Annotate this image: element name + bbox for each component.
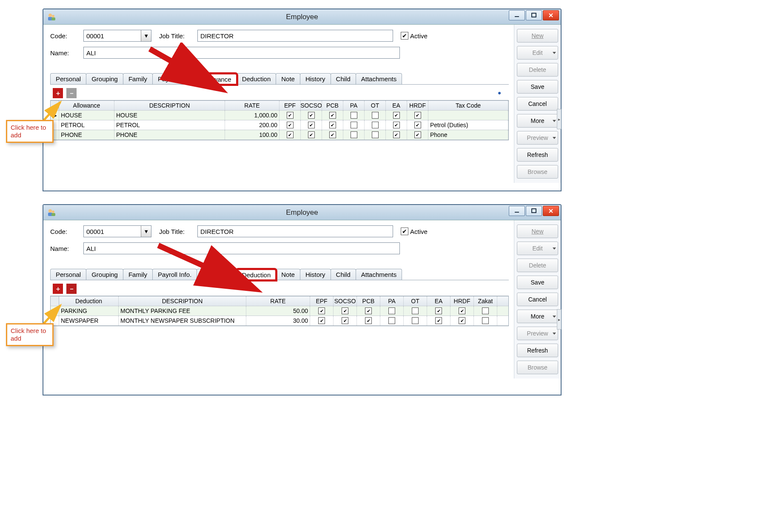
collapse-handle[interactable]: ▸ [557,309,561,330]
cell-epf[interactable] [279,111,301,120]
col-ea[interactable]: EA [427,296,451,306]
cell-taxcode[interactable]: Petrol (Duties) [428,120,508,130]
cell-checkbox[interactable] [329,131,336,138]
table-row[interactable]: PHONEPHONE100.00Phone [51,130,508,140]
cell-checkbox[interactable] [459,307,465,314]
col-pa[interactable]: PA [380,296,404,306]
cell-zakat[interactable] [474,316,497,325]
col-socso[interactable]: SOCSO [301,101,322,110]
edit-button[interactable]: Edit [517,46,558,60]
cell-rate[interactable]: 1,000.00 [225,111,279,120]
close-button[interactable] [543,10,559,20]
cell-taxcode[interactable]: Phone [428,130,508,139]
col-description[interactable]: DESCRIPTION [119,296,246,306]
cell-pa[interactable] [343,120,365,130]
col-pcb[interactable]: PCB [357,296,380,306]
refresh-button[interactable]: Refresh [517,148,558,162]
code-combobox[interactable]: 00001 ▾ [83,30,151,42]
cell-socso[interactable] [334,316,357,325]
table-row[interactable]: ▶HOUSEHOUSE1,000.00 [51,111,508,120]
new-button[interactable]: New [517,225,558,238]
col-pa[interactable]: PA [343,101,365,110]
cell-rate[interactable]: 100.00 [225,130,279,139]
col-hrdf[interactable]: HRDF [451,296,474,306]
cell-checkbox[interactable] [435,307,442,314]
collapse-handle[interactable]: ▸ [557,109,561,129]
cell-hrdf[interactable] [407,130,428,139]
save-button[interactable]: Save [517,276,558,289]
tab-deduction[interactable]: Deduction [237,73,277,84]
maximize-button[interactable] [526,206,542,216]
cell-name[interactable]: PETROL [59,120,114,130]
refresh-button[interactable]: Refresh [517,344,558,357]
tab-payroll-info[interactable]: Payroll Info. [152,269,197,280]
more-button[interactable]: More [517,310,558,323]
cell-checkbox[interactable] [388,317,395,324]
more-button[interactable]: More [517,114,558,128]
cell-description[interactable]: MONTHLY PARKING FEE [119,306,246,316]
cell-pa[interactable] [343,130,365,139]
cell-checkbox[interactable] [308,131,315,138]
cell-socso[interactable] [334,306,357,316]
cell-checkbox[interactable] [287,122,294,128]
col-description[interactable]: DESCRIPTION [114,101,225,110]
cell-checkbox[interactable] [412,307,419,314]
cell-ea[interactable] [427,316,451,325]
cell-ot[interactable] [404,306,427,316]
cell-hrdf[interactable] [451,316,474,325]
cell-checkbox[interactable] [393,131,400,138]
tab-family[interactable]: Family [123,269,153,280]
cell-epf[interactable] [310,316,334,325]
col-rate[interactable]: RATE [225,101,279,110]
tab-note[interactable]: Note [276,73,300,84]
col-ot[interactable]: OT [365,101,386,110]
cell-checkbox[interactable] [435,317,442,324]
cell-epf[interactable] [279,130,301,139]
remove-row-button[interactable]: － [66,284,77,294]
cell-checkbox[interactable] [287,131,294,138]
col-epf[interactable]: EPF [279,101,301,110]
minimize-button[interactable] [509,206,525,216]
minimize-button[interactable] [509,10,525,20]
cell-checkbox[interactable] [388,307,395,314]
cell-socso[interactable] [301,111,322,120]
cell-checkbox[interactable] [308,112,315,119]
cell-name[interactable]: HOUSE [59,111,114,120]
col-deduction[interactable]: Deduction [59,296,119,306]
cell-pa[interactable] [380,306,404,316]
cell-ea[interactable] [386,120,407,130]
cell-checkbox[interactable] [414,122,421,128]
cell-pcb[interactable] [322,111,343,120]
cell-ot[interactable] [365,120,386,130]
active-checkbox[interactable] [401,32,408,40]
browse-button[interactable]: Browse [517,361,558,374]
cell-ea[interactable] [427,306,451,316]
cell-checkbox[interactable] [287,112,294,119]
cell-taxcode[interactable] [428,111,508,120]
table-row[interactable]: ▶PARKINGMONTHLY PARKING FEE50.00 [51,306,508,316]
chevron-down-icon[interactable]: ▾ [141,30,151,41]
job-title-input[interactable]: DIRECTOR [197,30,393,42]
tab-note[interactable]: Note [276,269,300,280]
col-epf[interactable]: EPF [310,296,334,306]
preview-button[interactable]: Preview [517,131,558,145]
name-input[interactable]: ALI [83,47,400,59]
job-title-input[interactable]: DIRECTOR [197,225,393,237]
col-hrdf[interactable]: HRDF [407,101,428,110]
tab-child[interactable]: Child [331,73,356,84]
tab-history[interactable]: History [300,73,331,84]
cell-checkbox[interactable] [393,112,400,119]
delete-button[interactable]: Delete [517,259,558,272]
add-row-button[interactable]: ＋ [53,284,63,294]
tab-grouping[interactable]: Grouping [86,269,123,280]
cell-checkbox[interactable] [414,131,421,138]
tab-child[interactable]: Child [331,269,356,280]
cell-checkbox[interactable] [342,317,348,324]
edit-button[interactable]: Edit [517,242,558,255]
add-row-button[interactable]: ＋ [53,88,63,98]
cancel-button[interactable]: Cancel [517,293,558,306]
cell-socso[interactable] [301,120,322,130]
table-row[interactable]: NEWSPAPERMONTHLY NEWSPAPER SUBSCRIPTION3… [51,316,508,326]
cell-checkbox[interactable] [372,131,379,138]
cell-epf[interactable] [310,306,334,316]
